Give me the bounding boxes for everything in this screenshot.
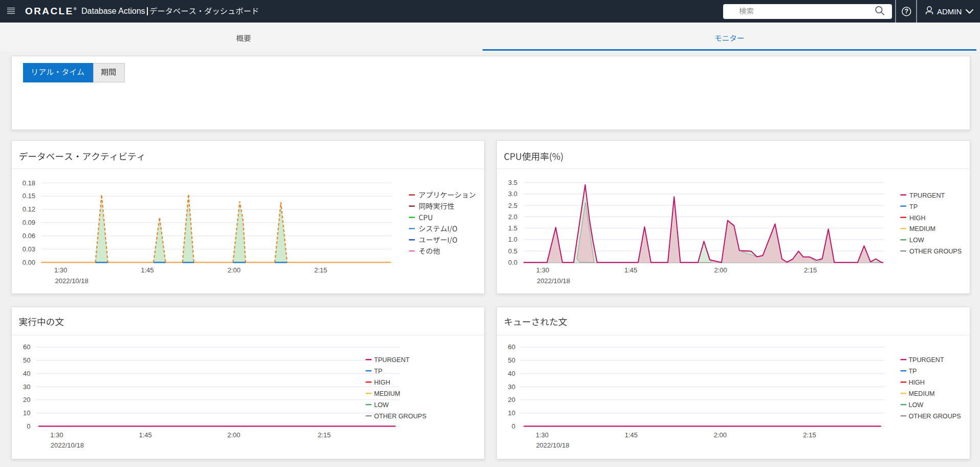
svg-text:1:30: 1:30	[536, 431, 549, 439]
svg-text:HIGH: HIGH	[909, 215, 925, 222]
svg-text:60: 60	[508, 343, 515, 351]
svg-text:50: 50	[23, 356, 30, 364]
svg-text:30: 30	[23, 383, 30, 391]
svg-text:1:45: 1:45	[625, 431, 638, 439]
svg-text:0.18: 0.18	[23, 179, 35, 187]
svg-text:40: 40	[23, 370, 30, 377]
svg-text:LOW: LOW	[374, 401, 389, 409]
svg-text:0.5: 0.5	[508, 247, 517, 255]
svg-text:0.0: 0.0	[508, 259, 517, 266]
svg-text:10: 10	[23, 409, 30, 417]
svg-text:TP: TP	[908, 368, 917, 375]
svg-text:HIGH: HIGH	[374, 379, 390, 386]
svg-text:OTHER GROUPS: OTHER GROUPS	[908, 413, 961, 420]
svg-text:3.5: 3.5	[508, 179, 517, 186]
svg-text:30: 30	[508, 383, 515, 391]
svg-text:2:00: 2:00	[714, 266, 727, 274]
svg-text:2:00: 2:00	[714, 431, 727, 439]
svg-text:TP: TP	[909, 203, 918, 210]
svg-text:2022/10/18: 2022/10/18	[537, 277, 570, 285]
svg-text:MEDIUM: MEDIUM	[909, 225, 935, 232]
svg-text:MEDIUM: MEDIUM	[374, 390, 400, 397]
svg-text:LOW: LOW	[909, 237, 924, 244]
svg-text:0.09: 0.09	[23, 219, 35, 226]
svg-text:1:45: 1:45	[624, 266, 637, 274]
svg-text:LOW: LOW	[908, 401, 923, 409]
svg-text:2:00: 2:00	[228, 266, 241, 274]
svg-text:2:15: 2:15	[803, 431, 816, 439]
svg-text:2:00: 2:00	[227, 431, 240, 439]
svg-text:1.5: 1.5	[508, 224, 517, 232]
svg-text:3.0: 3.0	[508, 190, 517, 198]
svg-text:50: 50	[508, 356, 515, 364]
svg-text:1:30: 1:30	[536, 266, 549, 274]
svg-text:MEDIUM: MEDIUM	[908, 390, 934, 397]
svg-text:20: 20	[508, 396, 515, 404]
svg-text:OTHER GROUPS: OTHER GROUPS	[909, 248, 962, 255]
svg-text:2022/10/18: 2022/10/18	[536, 441, 569, 449]
svg-text:0: 0	[27, 422, 30, 430]
svg-text:0.12: 0.12	[23, 205, 35, 213]
svg-text:40: 40	[508, 370, 515, 377]
svg-text:1:45: 1:45	[139, 431, 151, 439]
svg-text:60: 60	[23, 343, 30, 351]
svg-text:1:45: 1:45	[141, 266, 154, 274]
svg-text:2.5: 2.5	[508, 202, 517, 209]
svg-text:TP: TP	[374, 368, 382, 375]
svg-text:0: 0	[512, 422, 515, 430]
svg-text:20: 20	[23, 396, 30, 404]
svg-text:TPURGENT: TPURGENT	[909, 192, 945, 199]
svg-text:2.0: 2.0	[508, 213, 517, 221]
svg-text:1:30: 1:30	[54, 266, 67, 274]
svg-text:10: 10	[508, 409, 515, 417]
svg-text:0.15: 0.15	[23, 192, 35, 200]
svg-text:1:30: 1:30	[50, 431, 63, 439]
svg-text:TPURGENT: TPURGENT	[374, 356, 410, 364]
svg-text:OTHER GROUPS: OTHER GROUPS	[374, 413, 426, 420]
svg-text:2:15: 2:15	[314, 266, 327, 274]
svg-text:2022/10/18: 2022/10/18	[51, 441, 84, 449]
svg-text:2:15: 2:15	[318, 431, 331, 439]
svg-text:TPURGENT: TPURGENT	[908, 356, 944, 364]
svg-text:2:15: 2:15	[804, 266, 817, 274]
svg-text:0.03: 0.03	[23, 245, 35, 253]
svg-text:0.00: 0.00	[23, 259, 35, 266]
svg-text:2022/10/18: 2022/10/18	[55, 277, 89, 285]
svg-text:0.06: 0.06	[23, 232, 35, 240]
svg-text:1.0: 1.0	[508, 236, 517, 243]
svg-text:HIGH: HIGH	[908, 379, 924, 386]
